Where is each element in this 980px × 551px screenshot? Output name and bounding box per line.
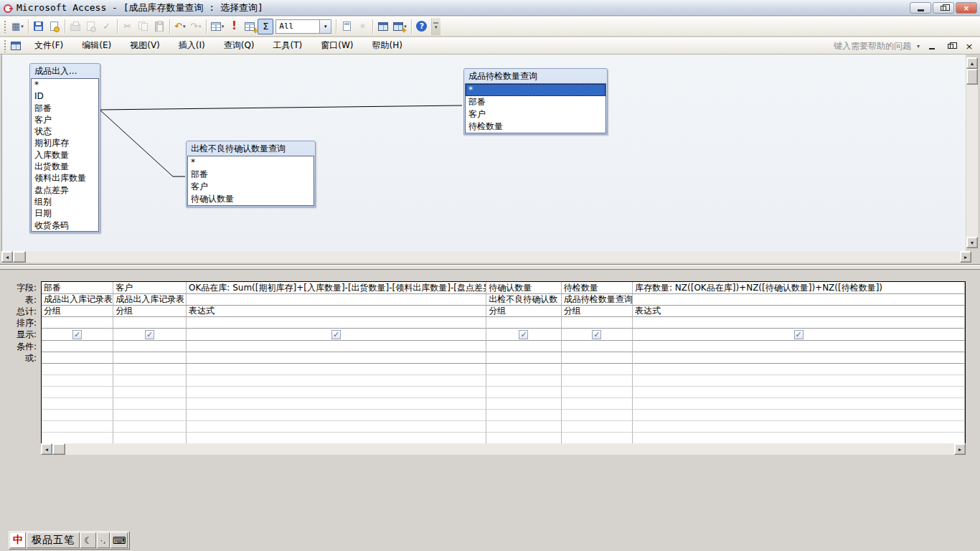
field-item[interactable]: 盘点差异 (32, 184, 98, 196)
scroll-right-arrow[interactable]: ▸ (960, 251, 971, 263)
qbe-cell-field-col3[interactable]: 待确认数量 (486, 282, 562, 294)
qbe-cell-empty[interactable] (42, 410, 113, 421)
field-item[interactable]: 待确认数量 (188, 193, 314, 205)
field-item[interactable]: 组别 (32, 196, 98, 207)
qbe-cell-empty[interactable] (562, 398, 633, 410)
qbe-cell-empty[interactable] (187, 410, 486, 421)
scroll-left-arrow[interactable]: ◂ (1, 251, 13, 263)
restore-button[interactable] (933, 2, 954, 14)
ime-keyboard-icon[interactable]: ⌨ (110, 532, 128, 548)
qbe-cell-show-col1[interactable]: ✓ (113, 329, 187, 341)
menu-item-0[interactable]: 文件(F) (25, 37, 72, 54)
properties-button[interactable] (339, 19, 354, 34)
show-checkbox[interactable]: ✓ (145, 330, 154, 339)
qbe-cell-empty[interactable] (187, 398, 486, 410)
qbe-cell-field-col4[interactable]: 待检数量 (562, 282, 633, 294)
scroll-down-arrow[interactable]: ▾ (966, 237, 978, 248)
qbe-cell-sort-col3[interactable] (486, 317, 562, 329)
qbe-cell-show-col5[interactable]: ✓ (633, 329, 965, 341)
pane-splitter[interactable] (0, 264, 980, 270)
qbe-cell-empty[interactable] (562, 364, 633, 375)
designer-horizontal-scrollbar[interactable]: ◂ ▸ (1, 251, 971, 263)
qbe-cell-empty[interactable] (113, 375, 187, 387)
qbe-cell-empty[interactable] (562, 421, 633, 433)
scroll-thumb[interactable] (52, 443, 65, 455)
help-question-box[interactable]: 键入需要帮助的问题 (834, 40, 911, 52)
scroll-thumb[interactable] (966, 69, 978, 85)
qbe-cell-empty[interactable] (42, 375, 113, 387)
top-values-combo[interactable]: All▾ (275, 19, 331, 34)
view-design-button[interactable]: ▦▾ (9, 19, 26, 34)
dropdown-arrow-icon[interactable]: ▾ (183, 24, 186, 29)
qbe-cell-criteria-col5[interactable] (633, 341, 965, 352)
run-button[interactable]: ! (226, 19, 242, 34)
qbe-cell-total-col4[interactable]: 分组 (562, 306, 633, 317)
qbe-cell-sort-col5[interactable] (633, 317, 965, 329)
qbe-cell-empty[interactable] (113, 433, 187, 444)
field-item[interactable]: 领料出库数量 (32, 172, 98, 184)
scroll-up-arrow[interactable]: ▴ (966, 57, 978, 69)
menu-item-2[interactable]: 视图(V) (121, 37, 169, 54)
qbe-cell-empty[interactable] (187, 433, 486, 444)
field-item[interactable]: 部番 (188, 169, 314, 181)
toolbar-options-button[interactable]: ▾ (431, 18, 440, 35)
combo-dropdown-icon[interactable]: ▾ (319, 20, 331, 33)
qbe-cell-total-col3[interactable]: 分组 (486, 306, 562, 317)
menu-item-6[interactable]: 窗口(W) (311, 37, 362, 54)
qbe-cell-empty[interactable] (486, 387, 562, 398)
qbe-cell-empty[interactable] (486, 398, 562, 410)
qbe-cell-sort-col4[interactable] (562, 317, 633, 329)
dropdown-arrow-icon[interactable]: ▾ (21, 24, 24, 29)
field-item[interactable]: 客户 (32, 114, 98, 126)
field-item[interactable]: ID (32, 90, 98, 102)
qbe-cell-empty[interactable] (486, 421, 562, 433)
qbe-cell-empty[interactable] (187, 375, 486, 387)
field-list-main-table[interactable]: 成品出入... *ID部番客户状态期初库存入库数量出货数量领料出库数量盘点差异组… (29, 63, 100, 233)
ime-fullwidth-icon[interactable]: ☾ (80, 532, 96, 548)
scroll-track[interactable] (26, 251, 960, 263)
qbe-cell-total-col5[interactable]: 表达式 (633, 306, 965, 317)
qbe-cell-sort-col2[interactable] (187, 317, 486, 329)
print-preview-button[interactable] (83, 19, 99, 34)
show-checkbox[interactable]: ✓ (794, 330, 804, 339)
qbe-cell-empty[interactable] (486, 410, 562, 421)
query-type-button[interactable]: ▾ (209, 19, 227, 34)
field-item[interactable]: * (32, 79, 98, 90)
qbe-cell-table-col0[interactable]: 成品出入库记录表 (42, 294, 113, 306)
field-item[interactable]: 部番 (466, 96, 606, 108)
save-button[interactable] (31, 19, 47, 34)
toolbar-grip[interactable] (4, 20, 7, 33)
qbe-cell-table-col4[interactable]: 成品待检数量查询 (562, 294, 633, 306)
qbe-cell-or-col1[interactable] (113, 352, 187, 364)
qbe-cell-criteria-col0[interactable] (42, 341, 113, 352)
menu-item-1[interactable]: 编辑(E) (72, 37, 121, 54)
menu-item-7[interactable]: 帮助(H) (362, 37, 411, 54)
qbe-cell-empty[interactable] (113, 398, 187, 410)
qbe-cell-empty[interactable] (562, 410, 633, 421)
show-table-button[interactable]: + (242, 19, 258, 34)
qbe-cell-criteria-col1[interactable] (113, 341, 187, 352)
menu-item-5[interactable]: 工具(T) (264, 37, 312, 54)
qbe-cell-empty[interactable] (562, 375, 633, 387)
qbe-cell-empty[interactable] (486, 375, 562, 387)
qbe-cell-empty[interactable] (113, 387, 187, 398)
qbe-cell-field-col5[interactable]: 库存数量: NZ([OK品在库])+NZ([待确认数量])+NZ([待检数量]) (633, 282, 965, 294)
qbe-cell-or-col5[interactable] (633, 352, 965, 364)
dropdown-arrow-icon[interactable]: ▾ (199, 24, 202, 29)
qbe-cell-empty[interactable] (113, 421, 187, 433)
menu-item-3[interactable]: 插入(I) (169, 37, 215, 54)
scroll-thumb[interactable] (13, 251, 26, 263)
qbe-cell-empty[interactable] (187, 364, 486, 375)
qbe-cell-empty[interactable] (633, 364, 965, 375)
qbe-cell-empty[interactable] (113, 410, 187, 421)
qbe-cell-show-col0[interactable]: ✓ (42, 329, 113, 341)
child-minimize-button[interactable] (925, 40, 938, 52)
field-item[interactable]: 状态 (32, 126, 98, 137)
qbe-cell-empty[interactable] (486, 433, 562, 444)
ime-punctuation-icon[interactable]: ·, (97, 532, 110, 548)
qbe-cell-empty[interactable] (562, 433, 633, 444)
show-checkbox[interactable]: ✓ (331, 330, 341, 339)
qbe-cell-total-col0[interactable]: 分组 (42, 306, 113, 317)
field-item[interactable]: 期初库存 (32, 137, 98, 149)
scroll-right-arrow[interactable]: ▸ (954, 443, 966, 455)
